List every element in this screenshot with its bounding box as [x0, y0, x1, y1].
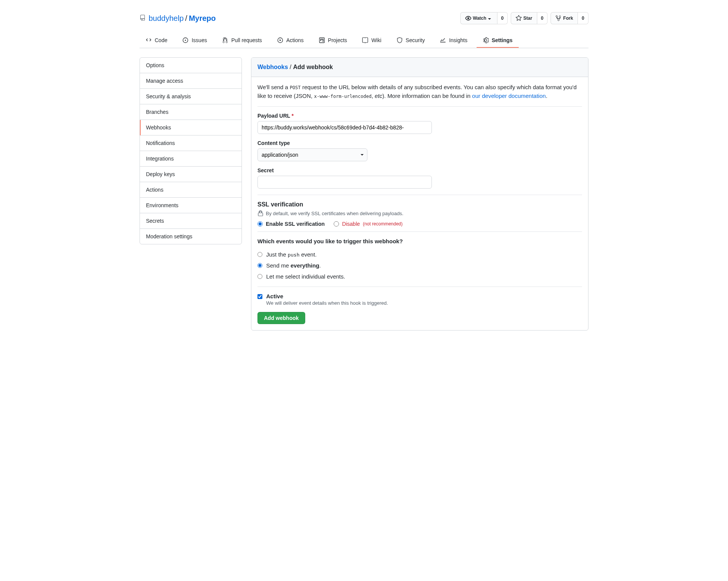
content-type-label: Content type [257, 140, 582, 146]
repo-link[interactable]: Myrepo [189, 14, 216, 23]
events-push-radio[interactable] [257, 252, 262, 257]
ssl-enable-option[interactable]: Enable SSL verification [257, 221, 325, 227]
secret-label: Secret [257, 167, 582, 173]
tab-projects[interactable]: Projects [313, 33, 353, 48]
svg-point-1 [185, 40, 186, 41]
secret-input[interactable] [257, 176, 432, 189]
breadcrumb-sep: / [185, 14, 187, 23]
watch-button[interactable]: Watch [460, 12, 497, 24]
watch-count[interactable]: 0 [497, 12, 508, 24]
lock-icon [257, 210, 264, 216]
page-title: Add webhook [293, 64, 333, 70]
add-webhook-button[interactable]: Add webhook [257, 312, 305, 324]
repo-icon [140, 14, 146, 23]
shield-icon [397, 37, 403, 43]
sidebar-item-notifications[interactable]: Notifications [140, 135, 242, 151]
payload-url-label: Payload URL * [257, 113, 582, 119]
sidebar-item-webhooks[interactable]: Webhooks [140, 120, 242, 135]
svg-rect-3 [319, 38, 324, 43]
sidebar-item-moderation[interactable]: Moderation settings [140, 229, 242, 244]
tab-actions[interactable]: Actions [271, 33, 310, 48]
tab-pull-requests[interactable]: Pull requests [216, 33, 268, 48]
star-count[interactable]: 0 [537, 12, 548, 24]
code-icon [146, 37, 152, 43]
content-type-select[interactable]: application/json [257, 148, 367, 161]
sidebar-item-options[interactable]: Options [140, 58, 242, 73]
book-icon [362, 37, 368, 43]
star-button[interactable]: Star [511, 12, 537, 24]
tab-settings[interactable]: Settings [477, 33, 519, 48]
project-icon [319, 37, 325, 43]
events-select-option[interactable]: Let me select individual events. [257, 271, 582, 282]
pr-icon [222, 37, 228, 43]
ssl-disable-radio[interactable] [334, 221, 339, 227]
active-note: We will deliver event details when this … [266, 300, 388, 306]
tab-wiki[interactable]: Wiki [356, 33, 387, 48]
fork-label: Fork [563, 14, 573, 22]
play-icon [277, 37, 283, 43]
sidebar-item-secrets[interactable]: Secrets [140, 213, 242, 229]
issue-icon [182, 37, 188, 43]
events-everything-option[interactable]: Send me everything. [257, 260, 582, 271]
sidebar-item-security-analysis[interactable]: Security & analysis [140, 89, 242, 104]
caret-down-icon [488, 14, 493, 22]
fork-icon [555, 15, 562, 21]
tab-code[interactable]: Code [140, 33, 173, 48]
intro-text: We'll send a POST request to the URL bel… [257, 83, 582, 100]
events-select-radio[interactable] [257, 274, 262, 279]
events-title: Which events would you like to trigger t… [257, 238, 582, 244]
graph-icon [440, 37, 446, 43]
webhooks-link[interactable]: Webhooks [257, 64, 288, 70]
ssl-disable-option[interactable]: Disable (not recommended) [334, 221, 402, 227]
sidebar-item-branches[interactable]: Branches [140, 104, 242, 120]
sidebar-item-environments[interactable]: Environments [140, 198, 242, 213]
watch-label: Watch [473, 14, 486, 22]
sidebar-item-manage-access[interactable]: Manage access [140, 73, 242, 89]
gear-icon [483, 37, 489, 43]
tab-security[interactable]: Security [391, 33, 431, 48]
star-icon [516, 15, 522, 21]
box-header: Webhooks / Add webhook [251, 58, 588, 77]
dev-docs-link[interactable]: our developer documentation [472, 93, 546, 99]
events-everything-radio[interactable] [257, 263, 262, 268]
sidebar-item-actions[interactable]: Actions [140, 182, 242, 198]
ssl-title: SSL verification [257, 201, 582, 208]
crumb-sep: / [290, 64, 291, 70]
repo-nav: Code Issues Pull requests Actions Projec… [140, 33, 588, 48]
ssl-note: By default, we verify SSL certificates w… [257, 210, 582, 216]
eye-icon [465, 15, 471, 21]
owner-link[interactable]: buddyhelp [149, 14, 184, 23]
fork-button[interactable]: Fork [551, 12, 578, 24]
sidebar-item-deploy-keys[interactable]: Deploy keys [140, 167, 242, 182]
ssl-enable-radio[interactable] [257, 221, 263, 227]
active-label: Active [266, 293, 388, 299]
fork-count[interactable]: 0 [578, 12, 588, 24]
star-label: Star [523, 14, 532, 22]
active-checkbox[interactable] [257, 294, 262, 299]
settings-sidebar: Options Manage access Security & analysi… [140, 57, 242, 244]
sidebar-item-integrations[interactable]: Integrations [140, 151, 242, 167]
payload-url-input[interactable] [257, 121, 432, 134]
tab-issues[interactable]: Issues [176, 33, 213, 48]
events-push-option[interactable]: Just the push event. [257, 249, 582, 260]
tab-insights[interactable]: Insights [434, 33, 473, 48]
